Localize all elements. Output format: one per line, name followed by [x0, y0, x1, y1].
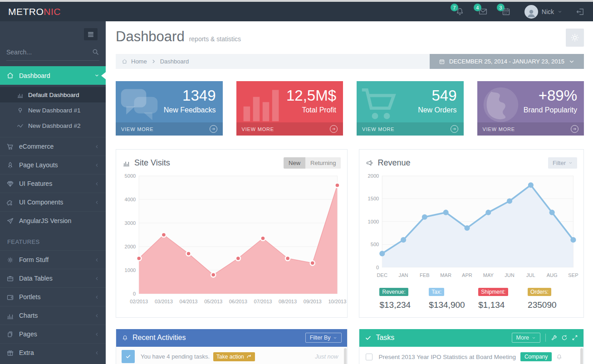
- arrow-right-circle-icon[interactable]: [210, 125, 217, 133]
- view-more-link[interactable]: VIEW MORE: [477, 122, 584, 136]
- bell-icon[interactable]: [556, 354, 563, 360]
- page-settings-button[interactable]: [566, 29, 584, 47]
- sidebar-item-form-stuff[interactable]: Form Stuff: [0, 250, 106, 269]
- stat-tile-new-orders[interactable]: 549 New Orders VIEW MORE: [357, 81, 464, 136]
- sidebar: Dashboard Default Dashboard New Dashboar…: [0, 21, 106, 364]
- arrow-right-circle-icon[interactable]: [571, 125, 578, 133]
- chevron-down-icon: [532, 336, 536, 340]
- sidebar-item-data-tables[interactable]: Data Tables: [0, 269, 106, 287]
- search-icon[interactable]: [92, 48, 99, 56]
- svg-text:0: 0: [377, 265, 379, 270]
- search-input[interactable]: [6, 49, 92, 56]
- scrollbar-thumb[interactable]: [344, 348, 347, 364]
- sidebar-item-label: Data Tables: [19, 275, 94, 282]
- toggle-returning-button[interactable]: Returning: [305, 157, 341, 169]
- task-checkbox[interactable]: [366, 354, 372, 360]
- bar-chart-icon: [6, 312, 14, 320]
- calendar-tasks-button[interactable]: 3: [501, 7, 511, 16]
- home-icon: [6, 72, 14, 79]
- breadcrumb-home[interactable]: Home: [131, 58, 147, 65]
- sidebar-item-label: Pages: [19, 330, 94, 338]
- stat-tile-total-profit[interactable]: 12,5M$ Total Profit VIEW MORE: [236, 81, 343, 136]
- stat-value: 549: [431, 87, 456, 104]
- svg-text:04/2013: 04/2013: [180, 299, 198, 304]
- stat-value: +89%: [539, 87, 577, 104]
- wrench-icon[interactable]: [551, 335, 557, 341]
- sidebar-item-page-layouts[interactable]: Page Layouts: [0, 155, 106, 174]
- filter-by-button[interactable]: Filter By: [305, 333, 342, 343]
- sidebar-item-dashboard[interactable]: Dashboard: [0, 66, 106, 85]
- take-action-badge[interactable]: Take action: [213, 352, 255, 361]
- chevron-right-icon: [151, 58, 157, 64]
- more-button[interactable]: More: [512, 333, 540, 343]
- notifications-count-badge: 7: [451, 4, 458, 11]
- revenue-chart: 0500100015002000DECJANFEBMARAPRMAYJUNJUL…: [366, 172, 577, 282]
- stat-tile-new-feedbacks[interactable]: 1349 New Feedbacks VIEW MORE: [116, 81, 223, 136]
- date-range-label: DECEMBER 25, 2014 - JANUARY 23, 2015: [449, 58, 564, 65]
- user-menu[interactable]: Nick: [524, 5, 562, 19]
- arrow-right-circle-icon[interactable]: [451, 125, 458, 133]
- gear-icon: [569, 32, 580, 43]
- chevron-left-icon: [94, 144, 99, 149]
- user-icon: [526, 8, 537, 19]
- revenue-stat: Shipment: $1,134: [478, 287, 528, 310]
- status-badge: Shipment:: [478, 288, 508, 296]
- sidebar-item-label: UI Components: [19, 199, 94, 206]
- company-tag[interactable]: Company: [520, 352, 552, 361]
- gear-icon: [6, 256, 14, 264]
- svg-text:09/2013: 09/2013: [304, 299, 322, 304]
- sidebar-item-default-dashboard[interactable]: Default Dashboard: [0, 87, 106, 102]
- chevron-down-icon: [333, 336, 337, 340]
- svg-text:1000: 1000: [125, 267, 136, 273]
- chevron-left-icon: [94, 181, 99, 186]
- sidebar-item-portlets[interactable]: Portlets: [0, 287, 106, 306]
- notifications-button[interactable]: 7: [455, 7, 465, 16]
- sidebar-item-new-dashboard-2[interactable]: New Dashboard #2: [0, 118, 106, 133]
- sidebar-item-pages[interactable]: Pages: [0, 325, 106, 343]
- revenue-stat: Tax: $134,900: [429, 287, 478, 310]
- line-chart-icon: [17, 122, 24, 129]
- check-icon: [365, 335, 372, 341]
- arrow-right-circle-icon[interactable]: [330, 125, 338, 133]
- breadcrumb-current: Dashboard: [160, 58, 189, 65]
- sidebar-item-angularjs-version[interactable]: AngularJS Version: [0, 211, 106, 230]
- logout-button[interactable]: [576, 7, 585, 16]
- logout-icon: [576, 7, 585, 16]
- sidebar-item-ui-components[interactable]: UI Components: [0, 193, 106, 211]
- bar-chart-icon: [239, 84, 281, 126]
- stat-value: 235090: [528, 300, 577, 310]
- activity-item[interactable]: You have 4 pending tasks. Take action Ju…: [116, 347, 347, 364]
- stat-tile-brand-popularity[interactable]: +89% Brand Popularity VIEW MORE: [477, 81, 584, 136]
- sidebar-item-ecommerce[interactable]: eCommerce: [0, 137, 106, 155]
- stat-value: $1,134: [478, 300, 528, 310]
- logo-text-accent: NIC: [44, 6, 61, 17]
- tasks-list: Present 2013 Year IPO Statistics at Boar…: [359, 347, 583, 364]
- lightbulb-icon: [17, 107, 24, 114]
- status-badge: Orders:: [528, 288, 551, 296]
- inbox-button[interactable]: 4: [478, 7, 488, 16]
- sidebar-item-new-dashboard-1[interactable]: New Dashboard #1: [0, 102, 106, 118]
- svg-text:10/2013: 10/2013: [328, 299, 346, 304]
- task-item[interactable]: Present 2013 Year IPO Statistics at Boar…: [359, 347, 583, 364]
- sidebar-item-charts[interactable]: Charts: [0, 306, 106, 325]
- toggle-new-button[interactable]: New: [284, 157, 305, 169]
- revenue-filter-button[interactable]: Filter: [548, 157, 577, 169]
- chevron-left-icon: [94, 200, 99, 205]
- date-range-picker[interactable]: DECEMBER 25, 2014 - JANUARY 23, 2015: [430, 54, 584, 69]
- status-badge: Revenue:: [379, 288, 408, 296]
- brand-logo[interactable]: METRONIC: [8, 6, 61, 17]
- bar-chart-icon: [17, 92, 24, 98]
- refresh-icon[interactable]: [561, 335, 568, 341]
- task-text: Present 2013 Year IPO Statistics at Boar…: [378, 354, 515, 360]
- expand-icon[interactable]: [572, 335, 578, 341]
- view-more-link[interactable]: VIEW MORE: [116, 122, 223, 136]
- chevron-left-icon: [94, 276, 99, 281]
- view-more-link[interactable]: VIEW MORE: [236, 122, 343, 136]
- sidebar-item-ui-features[interactable]: UI Features: [0, 174, 106, 193]
- chevron-down-icon: [558, 10, 562, 14]
- sidebar-toggler-button[interactable]: [84, 28, 98, 40]
- sidebar-item-extra[interactable]: Extra: [0, 343, 106, 362]
- scrollbar-thumb[interactable]: [580, 348, 583, 364]
- view-more-link[interactable]: VIEW MORE: [357, 122, 464, 136]
- briefcase-icon: [6, 275, 14, 282]
